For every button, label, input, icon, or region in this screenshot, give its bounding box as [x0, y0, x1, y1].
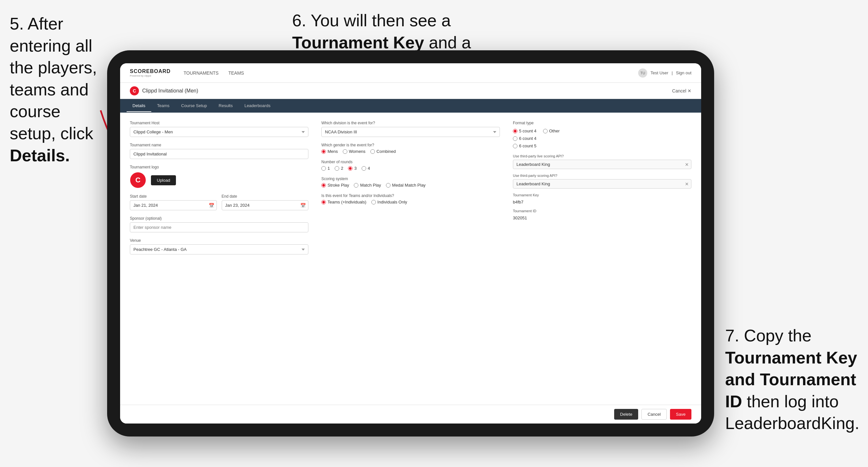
tab-results[interactable]: Results: [213, 100, 239, 112]
pipe-separator: |: [672, 70, 673, 75]
round-2[interactable]: 2: [335, 166, 343, 171]
api1-select[interactable]: Leaderboard King: [513, 160, 691, 169]
scoring-stroke-play-radio[interactable]: [321, 183, 326, 188]
tournament-title-row: C Clippd Invitational (Men): [130, 86, 198, 95]
api2-group: Use third-party scoring API? Leaderboard…: [513, 174, 691, 189]
scoring-match-play[interactable]: Match Play: [354, 183, 381, 188]
format-5count4[interactable]: 5 count 4: [513, 128, 536, 133]
user-avatar: TU: [638, 68, 647, 77]
round-4[interactable]: 4: [362, 166, 370, 171]
tournament-host-select[interactable]: Clippd College - Men: [130, 127, 308, 137]
end-date-calendar-icon: 📅: [300, 203, 306, 208]
rounds-group: Number of rounds 1 2 3: [321, 160, 500, 171]
logo-letter-display: C: [130, 172, 146, 188]
individuals-only-radio[interactable]: [371, 200, 376, 205]
round-2-radio[interactable]: [335, 166, 339, 171]
end-date-label: End date: [222, 194, 309, 198]
rounds-radio-group: 1 2 3 4: [321, 166, 500, 171]
tournament-header: C Clippd Invitational (Men) Cancel ✕: [120, 83, 701, 99]
teams-plus-individuals[interactable]: Teams (+Individuals): [321, 199, 367, 205]
sponsor-input[interactable]: [130, 222, 308, 232]
scoreboard-logo: SCOREBOARD Powered by clippd: [130, 68, 171, 77]
tournament-logo-label: Tournament logo: [130, 165, 308, 169]
tournament-key-label: Tournament Key: [513, 193, 691, 197]
annotation-left: 5. After entering all the players, teams…: [10, 13, 111, 166]
start-date-input[interactable]: [130, 200, 217, 210]
tab-course-setup[interactable]: Course Setup: [175, 100, 213, 112]
scoring-medal-match-play-radio[interactable]: [386, 183, 391, 188]
format-other[interactable]: Other: [543, 128, 560, 133]
teams-plus-radio[interactable]: [321, 200, 326, 205]
end-date-group: End date 📅: [222, 194, 309, 210]
round-3[interactable]: 3: [348, 166, 356, 171]
action-bar: Delete Cancel Save: [120, 405, 701, 424]
tab-leaderboards[interactable]: Leaderboards: [239, 100, 276, 112]
start-date-calendar-icon: 📅: [209, 203, 214, 208]
scoring-label: Scoring system: [321, 177, 500, 181]
end-date-input[interactable]: [222, 200, 309, 210]
format-6count5[interactable]: 6 count 5: [513, 144, 691, 148]
gender-womens[interactable]: Womens: [343, 149, 366, 154]
sign-out-link[interactable]: Sign out: [676, 70, 691, 75]
sponsor-group: Sponsor (optional): [130, 216, 308, 232]
tablet-frame: SCOREBOARD Powered by clippd TOURNAMENTS…: [107, 50, 714, 436]
api2-select-wrap: Leaderboard King ✕: [513, 179, 691, 189]
upload-button[interactable]: Upload: [151, 175, 176, 185]
api1-label: Use third-party live scoring API?: [513, 154, 691, 158]
gender-combined-radio[interactable]: [370, 149, 375, 154]
division-select[interactable]: NCAA Division III: [321, 127, 500, 137]
tournament-id-value: 302051: [513, 214, 691, 222]
logo-subtitle: Powered by clippd: [130, 74, 171, 77]
format-other-radio[interactable]: [543, 129, 548, 133]
tablet-screen: SCOREBOARD Powered by clippd TOURNAMENTS…: [120, 63, 701, 424]
tournament-name-input[interactable]: [130, 149, 308, 159]
tab-teams[interactable]: Teams: [151, 100, 175, 112]
tournament-name-group: Tournament name: [130, 143, 308, 159]
api2-clear-icon[interactable]: ✕: [685, 181, 689, 187]
format-6count4[interactable]: 6 count 4: [513, 136, 691, 141]
cancel-button[interactable]: Cancel: [642, 409, 667, 419]
venue-label: Venue: [130, 238, 308, 243]
gender-combined[interactable]: Combined: [370, 149, 396, 154]
tournament-key-value: b4fb7: [513, 198, 691, 206]
format-radio-group: 5 count 4 Other 6 count 4: [513, 128, 691, 148]
scoring-medal-match-play[interactable]: Medal Match Play: [386, 183, 426, 188]
format-row-1: 5 count 4 Other: [513, 128, 691, 133]
format-type-group: Format type 5 count 4 Other: [513, 121, 691, 148]
gender-radio-group: Mens Womens Combined: [321, 149, 500, 154]
save-button[interactable]: Save: [670, 409, 691, 419]
gender-mens[interactable]: Mens: [321, 149, 338, 154]
format-6count4-radio[interactable]: [513, 136, 518, 141]
api1-clear-icon[interactable]: ✕: [685, 162, 689, 167]
header-right: TU Test User | Sign out: [638, 68, 691, 77]
tab-details[interactable]: Details: [127, 100, 151, 112]
division-label: Which division is the event for?: [321, 121, 500, 125]
tournament-host-label: Tournament Host: [130, 121, 308, 125]
division-group: Which division is the event for? NCAA Di…: [321, 121, 500, 137]
api1-select-wrap: Leaderboard King ✕: [513, 160, 691, 169]
round-3-radio[interactable]: [348, 166, 352, 171]
round-1-radio[interactable]: [321, 166, 326, 171]
scoring-match-play-radio[interactable]: [354, 183, 359, 188]
nav-tournaments[interactable]: TOURNAMENTS: [184, 69, 219, 77]
scoring-stroke-play[interactable]: Stroke Play: [321, 183, 349, 188]
gender-womens-radio[interactable]: [343, 149, 347, 154]
app-header: SCOREBOARD Powered by clippd TOURNAMENTS…: [120, 63, 701, 83]
round-4-radio[interactable]: [362, 166, 366, 171]
start-date-wrap: 📅: [130, 200, 217, 210]
tournament-logo-group: Tournament logo C Upload: [130, 165, 308, 188]
api2-select[interactable]: Leaderboard King: [513, 179, 691, 189]
right-column: Format type 5 count 4 Other: [513, 121, 691, 397]
gender-mens-radio[interactable]: [321, 149, 326, 154]
middle-column: Which division is the event for? NCAA Di…: [321, 121, 500, 397]
cancel-x-button[interactable]: Cancel ✕: [672, 88, 691, 93]
delete-button[interactable]: Delete: [614, 409, 638, 419]
round-1[interactable]: 1: [321, 166, 330, 171]
format-type-label: Format type: [513, 121, 691, 125]
format-5count4-radio[interactable]: [513, 129, 518, 133]
venue-select[interactable]: Peachtree GC - Atlanta - GA: [130, 244, 308, 254]
format-6count5-radio[interactable]: [513, 144, 518, 148]
dates-group: Start date 📅 End date 📅: [130, 194, 308, 210]
nav-teams[interactable]: TEAMS: [228, 69, 244, 77]
individuals-only[interactable]: Individuals Only: [371, 199, 407, 205]
